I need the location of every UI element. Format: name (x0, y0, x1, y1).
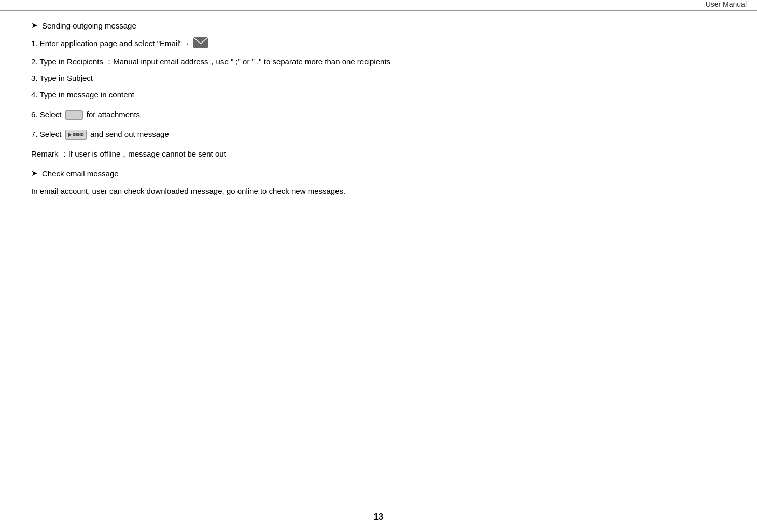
main-content: ➤ Sending outgoing message 1. Enter appl… (31, 10, 736, 202)
step-2: 2. Type in Recipients ；Manual input emai… (31, 55, 736, 68)
send-icon: SEND (65, 130, 87, 140)
check-heading-text: Check email message (42, 169, 119, 178)
bullet-arrow-icon: ➤ (31, 21, 38, 30)
step6-text-after: for attachments (87, 110, 140, 119)
sending-heading-text: Sending outgoing message (42, 21, 136, 30)
step-4: 4. Type in message in content (31, 89, 736, 101)
remark: Remark ：If user is offline，message canno… (31, 148, 736, 160)
header-title: User Manual (706, 0, 747, 8)
step7-text-after: and send out message (90, 130, 169, 138)
step3-text: 3. Type in Subject (31, 74, 93, 82)
step6-text-before: 6. Select (31, 110, 61, 119)
sending-heading: ➤ Sending outgoing message (31, 21, 736, 30)
step-6: 6. Select for attachments (31, 108, 736, 121)
step1-text-before: 1. Enter application page and select "Em… (31, 39, 190, 48)
send-label: SEND (73, 132, 84, 138)
check-section: ➤ Check email message In email account, … (31, 169, 736, 198)
step-1: 1. Enter application page and select "Em… (31, 37, 736, 51)
page-header: User Manual (0, 0, 757, 11)
step4-text: 4. Type in message in content (31, 90, 134, 99)
step2-text: 2. Type in Recipients ；Manual input emai… (31, 57, 390, 66)
step-7: 7. Select SEND and send out message (31, 128, 736, 141)
attachment-icon (65, 110, 83, 120)
send-arrow-icon (68, 132, 72, 137)
remark-text: Remark ：If user is offline，message canno… (31, 149, 226, 158)
check-body: In email account, user can check downloa… (31, 185, 736, 198)
check-heading: ➤ Check email message (31, 169, 736, 178)
page-number: 13 (374, 512, 383, 522)
step-3: 3. Type in Subject (31, 72, 736, 85)
check-body-text: In email account, user can check downloa… (31, 187, 345, 195)
bullet-arrow-icon-2: ➤ (31, 169, 38, 178)
step7-text-before: 7. Select (31, 130, 61, 138)
email-icon (193, 37, 208, 51)
